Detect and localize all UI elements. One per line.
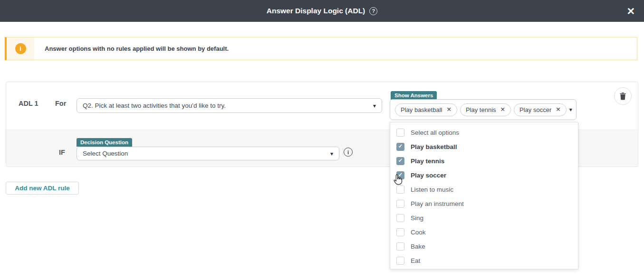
page-title: Answer Display Logic (ADL) ? (267, 7, 378, 15)
answer-option-row[interactable]: ✓ Sing (390, 211, 578, 225)
answers-dropdown-panel: ✓ Select all options ✓ Play basketball ✓… (390, 122, 578, 270)
chevron-down-icon[interactable]: ▾ (569, 107, 572, 112)
option-label: Sing (411, 214, 423, 222)
answer-option-row[interactable]: ✓ Play basketball (390, 140, 578, 154)
check-icon: ✓ (398, 172, 403, 178)
if-label: IF (59, 149, 65, 156)
decision-question-select[interactable]: Select Question ▾ (77, 147, 339, 160)
remove-tag-icon[interactable]: ✕ (446, 107, 451, 113)
target-question-select[interactable]: Q2. Pick at least two activities that yo… (77, 98, 382, 113)
answer-option-row[interactable]: ✓ Eat (390, 253, 578, 268)
option-label: Bake (411, 243, 425, 250)
answers-option-list: ✓ Select all options ✓ Play basketball ✓… (390, 125, 578, 268)
tag-label: Play soccer (519, 106, 551, 113)
trash-icon (619, 92, 626, 100)
check-icon: ✓ (398, 158, 403, 164)
chevron-down-icon: ▾ (373, 103, 376, 109)
checkbox[interactable]: ✓ (396, 157, 404, 165)
close-icon[interactable]: ✕ (624, 5, 638, 17)
tag-label: Play tennis (466, 106, 496, 113)
decision-info-icon[interactable]: i (344, 148, 353, 157)
for-label: For (55, 100, 66, 107)
checkbox[interactable]: ✓ (396, 228, 404, 236)
chevron-down-icon: ▾ (330, 151, 333, 157)
option-label: Play tennis (411, 158, 444, 165)
help-icon[interactable]: ? (369, 7, 377, 15)
answer-option-row[interactable]: ✓ Cook (390, 225, 578, 239)
answer-tag: Play basketball ✕ (395, 103, 457, 116)
check-icon: ✓ (398, 144, 403, 149)
checkbox[interactable]: ✓ (396, 143, 404, 151)
option-label: Eat (411, 257, 420, 264)
checkbox[interactable]: ✓ (396, 200, 404, 208)
info-banner-message: Answer options with no rules applied wil… (45, 45, 229, 52)
target-question-value: Q2. Pick at least two activities that yo… (83, 102, 226, 109)
info-banner-icon-area: i (7, 37, 34, 60)
remove-tag-icon[interactable]: ✕ (556, 107, 560, 113)
option-label: Cook (411, 229, 426, 236)
checkbox[interactable]: ✓ (396, 129, 404, 137)
delete-rule-button[interactable] (614, 87, 632, 105)
selected-tags: Play basketball ✕ Play tennis ✕ Play soc… (395, 103, 567, 116)
answer-option-row[interactable]: ✓ Listen to music (390, 182, 578, 196)
answer-option-row[interactable]: ✓ Select all options (390, 125, 578, 140)
option-label: Select all options (411, 129, 459, 136)
option-label: Play soccer (411, 172, 446, 179)
option-label: Listen to music (411, 186, 453, 193)
tag-label: Play basketball (401, 106, 442, 113)
decision-question-badge: Decision Question (77, 138, 132, 147)
add-adl-rule-button[interactable]: Add new ADL rule (6, 182, 79, 195)
answer-option-row[interactable]: ✓ Play soccer (390, 168, 578, 182)
checkbox[interactable]: ✓ (396, 214, 404, 222)
option-label: Play basketball (411, 143, 457, 150)
remove-tag-icon[interactable]: ✕ (500, 107, 505, 113)
checkbox[interactable]: ✓ (396, 186, 404, 194)
modal-title-text: Answer Display Logic (ADL) (267, 7, 365, 15)
info-icon: i (15, 43, 26, 54)
checkbox[interactable]: ✓ (396, 257, 404, 265)
answer-option-row[interactable]: ✓ Play tennis (390, 154, 578, 168)
show-answers-badge: Show Answers (391, 91, 437, 100)
adl-rule-name: ADL 1 (19, 100, 38, 107)
answer-tag: Play soccer ✕ (514, 103, 567, 116)
decision-question-placeholder: Select Question (83, 150, 128, 157)
modal-header: Answer Display Logic (ADL) ? ✕ (0, 0, 644, 22)
answer-option-row[interactable]: ✓ Play an instrument (390, 196, 578, 211)
option-label: Play an instrument (411, 200, 464, 207)
checkbox[interactable]: ✓ (396, 242, 404, 251)
checkbox[interactable]: ✓ (396, 171, 404, 179)
answer-option-row[interactable]: ✓ Bake (390, 239, 578, 253)
info-banner: i Answer options with no rules applied w… (5, 37, 637, 60)
answer-tag: Play tennis ✕ (460, 103, 511, 116)
show-answers-multiselect[interactable]: Play basketball ✕ Play tennis ✕ Play soc… (390, 99, 577, 120)
